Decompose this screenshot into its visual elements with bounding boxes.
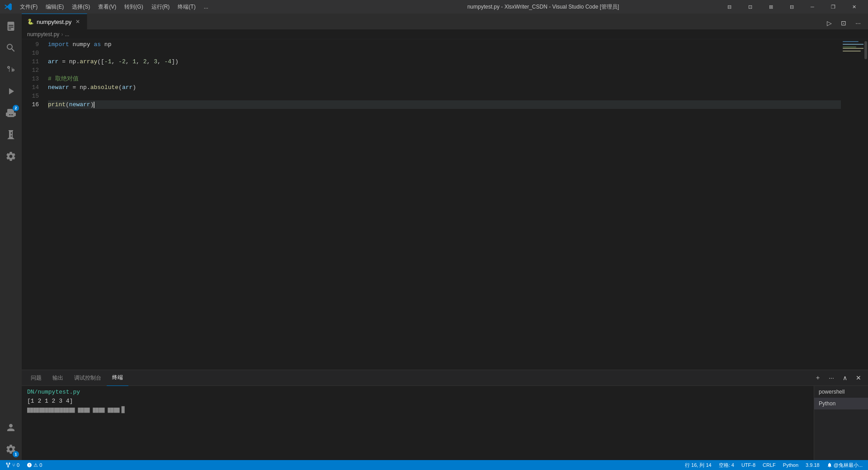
encoding[interactable]: UTF-8: [740, 460, 757, 470]
powershell-item[interactable]: powershell: [814, 386, 868, 398]
status-left: ⑂ 0 ⚠ 0: [4, 460, 44, 470]
menu-goto[interactable]: 转到(G): [121, 2, 146, 12]
code-content[interactable]: import numpy as np arr = np.array([-1, -…: [44, 39, 841, 370]
menu-terminal[interactable]: 终端(T): [174, 2, 199, 12]
terminal-selector: powershell Python: [814, 386, 868, 460]
git-branch-status[interactable]: ⑂ 0: [4, 460, 21, 470]
language-text: Python: [783, 462, 798, 468]
python-item[interactable]: Python: [814, 398, 868, 409]
editor-area: 🐍 numpytest.py ✕ ▷ ⊡ ··· numpytest.py › …: [22, 14, 868, 460]
panel-tabs: 问题 输出 调试控制台 终端 ＋ ··· ∧ ✕: [22, 370, 868, 386]
python-label: Python: [819, 400, 835, 407]
language-mode[interactable]: Python: [781, 460, 800, 470]
menu-view[interactable]: 查看(V): [94, 2, 120, 12]
git-status: ⑂ 0: [12, 462, 19, 468]
panel-tab-debug[interactable]: 调试控制台: [69, 370, 107, 386]
menu-run[interactable]: 运行(R): [148, 2, 174, 12]
code-line-16: print(newarr): [48, 100, 841, 109]
cursor-position[interactable]: 行 16, 列 14: [683, 460, 713, 470]
position-text: 行 16, 列 14: [685, 462, 712, 469]
line-ending[interactable]: CRLF: [761, 460, 778, 470]
code-line-9: import numpy as np: [48, 40, 841, 49]
vscode-logo: [4, 2, 13, 11]
grid-btn[interactable]: ⊟: [781, 0, 802, 14]
activity-settings[interactable]: 1: [0, 438, 22, 460]
panel-tab-output[interactable]: 输出: [47, 370, 69, 386]
layout-btn[interactable]: ⊟: [719, 0, 740, 14]
another-btn[interactable]: ⊞: [760, 0, 781, 14]
panel-close-btn[interactable]: ✕: [853, 372, 864, 384]
panel: 问题 输出 调试控制台 终端 ＋ ··· ∧ ✕ DN/numpyt: [22, 370, 868, 460]
split-btn[interactable]: ⊡: [740, 0, 760, 14]
run-btn[interactable]: ▷: [823, 17, 835, 29]
tab-numpytest[interactable]: 🐍 numpytest.py ✕: [22, 14, 87, 29]
line-numbers: 9 10 11 12 13 14 15 16: [22, 39, 44, 370]
python-version[interactable]: 3.9.18: [804, 460, 821, 470]
new-terminal-btn[interactable]: ＋: [812, 372, 824, 384]
activity-flask[interactable]: [0, 124, 22, 146]
more-actions-btn[interactable]: ···: [852, 17, 864, 29]
code-editor[interactable]: 9 10 11 12 13 14 15 16 import numpy as n…: [22, 39, 868, 370]
menu-select[interactable]: 选择(S): [68, 2, 94, 12]
menu-edit[interactable]: 编辑(E): [42, 2, 67, 12]
errors-status[interactable]: ⚠ 0: [25, 460, 44, 470]
code-line-11: arr = np.array([-1, -2, 1, 2, 3, -4]): [48, 57, 841, 66]
menu-file[interactable]: 文件(F): [16, 2, 41, 12]
line-ending-text: CRLF: [763, 462, 776, 468]
breadcrumb: numpytest.py › ...: [22, 29, 868, 39]
tab-label: numpytest.py: [37, 19, 71, 25]
close-btn[interactable]: ✕: [844, 0, 864, 14]
status-right: 行 16, 列 14 空格: 4 UTF-8 CRLF Python 3.9.1…: [683, 460, 864, 470]
terminal-content[interactable]: DN/numpytest.py [1 2 1 2 3 4] ██████████…: [22, 386, 814, 460]
code-line-10: [48, 49, 841, 57]
terminal-path: DN/numpytest.py: [27, 389, 80, 395]
panel-tab-problems[interactable]: 问题: [25, 370, 47, 386]
tab-actions: ▷ ⊡ ···: [819, 17, 868, 29]
panel-actions: ＋ ··· ∧ ✕: [812, 372, 864, 384]
terminal-line-2: [1 2 1 2 3 4]: [27, 397, 808, 406]
activity-bar-bottom: 1: [0, 417, 22, 460]
window-controls: ⊟ ⊡ ⊞ ⊟ ─ ❐ ✕: [719, 0, 864, 14]
split-editor-btn[interactable]: ⊡: [837, 17, 850, 29]
activity-remote[interactable]: [0, 146, 22, 167]
minimize-btn[interactable]: ─: [802, 0, 823, 14]
main-layout: 2 1 🐍 numpytest.py ✕ ▷: [0, 14, 868, 460]
terminal-line-1: DN/numpytest.py: [27, 388, 808, 397]
code-line-13: # 取绝对值: [48, 75, 841, 83]
indentation[interactable]: 空格: 4: [717, 460, 736, 470]
activity-source-control[interactable]: [0, 59, 22, 80]
code-line-12: [48, 66, 841, 75]
breadcrumb-file[interactable]: numpytest.py: [27, 31, 59, 38]
restore-btn[interactable]: ❐: [823, 0, 844, 14]
panel-tab-terminal[interactable]: 终端: [107, 370, 128, 386]
python-version-text: 3.9.18: [806, 462, 820, 468]
activity-account[interactable]: [0, 417, 22, 438]
panel-maximize-btn[interactable]: ∧: [839, 372, 851, 384]
panel-more-btn[interactable]: ···: [826, 372, 837, 384]
menu-more[interactable]: ...: [200, 3, 212, 11]
activity-explorer[interactable]: [0, 15, 22, 37]
breadcrumb-sep: ›: [61, 31, 63, 38]
status-bar: ⑂ 0 ⚠ 0 行 16, 列 14 空格: 4 UTF-8 CRLF Pyth…: [0, 460, 868, 470]
powershell-label: powershell: [819, 389, 844, 395]
code-line-15: [48, 92, 841, 100]
activity-run-debug[interactable]: [0, 80, 22, 102]
errors-count: ⚠ 0: [33, 462, 42, 468]
notification-text: @兔林最小...: [834, 462, 863, 469]
vertical-scrollbar[interactable]: [863, 39, 868, 370]
title-bar: 文件(F) 编辑(E) 选择(S) 查看(V) 转到(G) 运行(R) 终端(T…: [0, 0, 868, 14]
activity-search[interactable]: [0, 37, 22, 59]
spaces-text: 空格: 4: [719, 462, 734, 469]
window-title: numpytest.py - XlsxWriter_CSDN - Visual …: [368, 3, 719, 11]
extensions-badge: 2: [13, 105, 19, 111]
code-line-14: newarr = np.absolute(arr): [48, 83, 841, 92]
breadcrumb-more[interactable]: ...: [65, 31, 69, 38]
terminal-result: [1 2 1 2 3 4]: [27, 398, 73, 404]
notification[interactable]: @兔林最小...: [825, 460, 864, 470]
terminal-line-3: ████████████████ ████ ████ ████ ▉: [27, 406, 808, 415]
tab-close-btn[interactable]: ✕: [74, 18, 81, 25]
tab-file-icon: 🐍: [27, 19, 34, 25]
activity-bar: 2 1: [0, 14, 22, 460]
activity-extensions[interactable]: 2: [0, 102, 22, 124]
menu-bar: 文件(F) 编辑(E) 选择(S) 查看(V) 转到(G) 运行(R) 终端(T…: [16, 2, 368, 12]
